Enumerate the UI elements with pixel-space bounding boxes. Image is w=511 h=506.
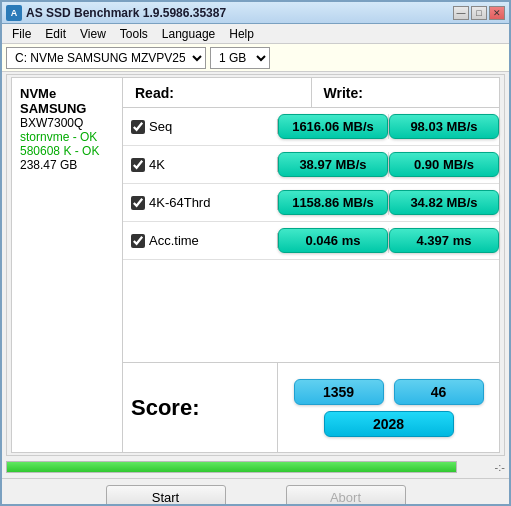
device-name: NVMe SAMSUNG: [20, 86, 114, 116]
table-row: 4K 38.97 MB/s 0.90 MB/s: [123, 146, 499, 184]
app-icon: A: [6, 5, 22, 21]
menu-language[interactable]: Language: [156, 26, 221, 42]
4k64-write-value: 34.82 MB/s: [389, 190, 499, 215]
read-score: 1359: [294, 379, 384, 405]
results-panel: Read: Write: Seq 1616.06 MB/s: [123, 78, 499, 452]
acctime-write-cell: 4.397 ms: [389, 228, 499, 253]
score-top-row: 1359 46: [294, 379, 484, 405]
seq-values: 1616.06 MB/s 98.03 MB/s: [278, 114, 499, 139]
minimize-button[interactable]: —: [453, 6, 469, 20]
4k64-values: 1158.86 MB/s 34.82 MB/s: [278, 190, 499, 215]
4k-read-value: 38.97 MB/s: [278, 152, 388, 177]
progress-area: -:-: [6, 458, 505, 476]
main-window: A AS SSD Benchmark 1.9.5986.35387 — □ ✕ …: [0, 0, 511, 506]
table-row: Acc.time 0.046 ms 4.397 ms: [123, 222, 499, 260]
main-content: NVMe SAMSUNG BXW7300Q stornvme - OK 5806…: [11, 77, 500, 453]
bottom-buttons: Start Abort: [2, 478, 509, 506]
score-label-area: Score:: [123, 363, 278, 452]
score-label: Score:: [131, 395, 199, 421]
score-section: Score: 1359 46 2028: [123, 362, 499, 452]
4k-write-cell: 0.90 MB/s: [389, 152, 499, 177]
4k64-read-value: 1158.86 MB/s: [278, 190, 388, 215]
table-row: 4K-64Thrd 1158.86 MB/s 34.82 MB/s: [123, 184, 499, 222]
read-header: Read:: [123, 78, 312, 107]
4k64-read-cell: 1158.86 MB/s: [278, 190, 389, 215]
4k-read-cell: 38.97 MB/s: [278, 152, 389, 177]
seq-checkbox[interactable]: [131, 120, 145, 134]
progress-bar-fill: [7, 462, 456, 472]
progress-time: -:-: [465, 461, 505, 473]
close-button[interactable]: ✕: [489, 6, 505, 20]
menu-edit[interactable]: Edit: [39, 26, 72, 42]
seq-label: Seq: [123, 119, 278, 134]
4k-label: 4K: [123, 157, 278, 172]
seq-write-cell: 98.03 MB/s: [389, 114, 499, 139]
title-bar-left: A AS SSD Benchmark 1.9.5986.35387: [6, 5, 226, 21]
window-controls: — □ ✕: [453, 6, 505, 20]
drive-selector[interactable]: C: NVMe SAMSUNG MZVPV256: [6, 47, 206, 69]
menu-view[interactable]: View: [74, 26, 112, 42]
write-header: Write:: [312, 78, 500, 107]
4k-write-value: 0.90 MB/s: [389, 152, 499, 177]
maximize-button[interactable]: □: [471, 6, 487, 20]
menu-help[interactable]: Help: [223, 26, 260, 42]
menu-file[interactable]: File: [6, 26, 37, 42]
acctime-values: 0.046 ms 4.397 ms: [278, 228, 499, 253]
acctime-read-value: 0.046 ms: [278, 228, 388, 253]
firmware-status: 580608 K - OK: [20, 144, 114, 158]
seq-write-value: 98.03 MB/s: [389, 114, 499, 139]
4k64-label: 4K-64Thrd: [123, 195, 278, 210]
4k64-write-cell: 34.82 MB/s: [389, 190, 499, 215]
device-size: 238.47 GB: [20, 158, 114, 172]
4k-checkbox[interactable]: [131, 158, 145, 172]
acctime-write-value: 4.397 ms: [389, 228, 499, 253]
total-score: 2028: [324, 411, 454, 437]
title-bar: A AS SSD Benchmark 1.9.5986.35387 — □ ✕: [2, 2, 509, 24]
seq-read-cell: 1616.06 MB/s: [278, 114, 389, 139]
acctime-label: Acc.time: [123, 233, 278, 248]
abort-button[interactable]: Abort: [286, 485, 406, 506]
progress-bar-container: [6, 461, 457, 473]
4k64-checkbox[interactable]: [131, 196, 145, 210]
start-button[interactable]: Start: [106, 485, 226, 506]
score-values-area: 1359 46 2028: [278, 363, 499, 452]
device-info-panel: NVMe SAMSUNG BXW7300Q stornvme - OK 5806…: [12, 78, 123, 452]
results-header: Read: Write:: [123, 78, 499, 108]
menu-tools[interactable]: Tools: [114, 26, 154, 42]
write-score: 46: [394, 379, 484, 405]
size-selector[interactable]: 1 GB: [210, 47, 270, 69]
benchmark-rows: Seq 1616.06 MB/s 98.03 MB/s: [123, 108, 499, 362]
acctime-read-cell: 0.046 ms: [278, 228, 389, 253]
device-model: BXW7300Q: [20, 116, 114, 130]
table-row: Seq 1616.06 MB/s 98.03 MB/s: [123, 108, 499, 146]
window-title: AS SSD Benchmark 1.9.5986.35387: [26, 6, 226, 20]
acctime-checkbox[interactable]: [131, 234, 145, 248]
content-border: NVMe SAMSUNG BXW7300Q stornvme - OK 5806…: [6, 74, 505, 456]
menu-bar: File Edit View Tools Language Help: [2, 24, 509, 44]
seq-read-value: 1616.06 MB/s: [278, 114, 388, 139]
driver-status: stornvme - OK: [20, 130, 114, 144]
4k-values: 38.97 MB/s 0.90 MB/s: [278, 152, 499, 177]
toolbar: C: NVMe SAMSUNG MZVPV256 1 GB: [2, 44, 509, 72]
